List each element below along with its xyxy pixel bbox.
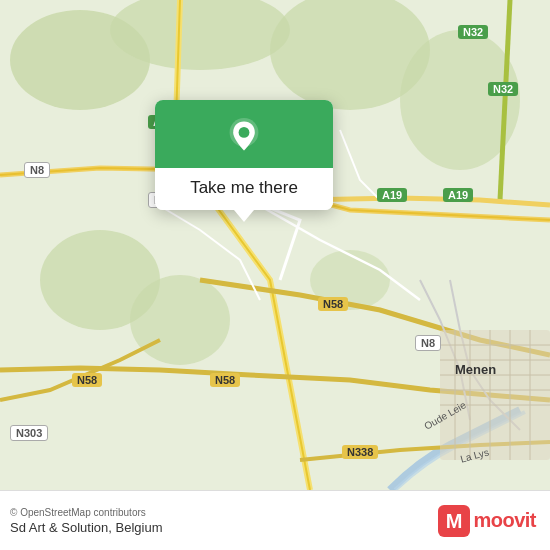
moovit-brand-text: moovit [473,509,536,532]
bottom-left-info: © OpenStreetMap contributors Sd Art & So… [10,507,162,535]
moovit-logo: M moovit [438,505,536,537]
svg-text:M: M [446,510,463,532]
take-me-there-popup[interactable]: Take me there [155,100,333,210]
take-me-there-label: Take me there [190,178,298,197]
road-badge-n338: N338 [342,445,378,459]
svg-point-6 [130,275,230,365]
road-badge-n58-mid2: N58 [210,373,240,387]
svg-rect-8 [440,330,550,460]
map-background [0,0,550,490]
svg-point-20 [239,127,250,138]
road-badge-a19-right1: A19 [377,188,407,202]
moovit-icon: M [438,505,470,537]
road-badge-n8-left: N8 [24,162,50,178]
road-badge-a19-right2: A19 [443,188,473,202]
map-view: A19 N32 N32 N8 N8 A19 A19 N8 N58 N58 N58… [0,0,550,490]
road-badge-n303: N303 [10,425,48,441]
road-badge-n32-right: N32 [488,82,518,96]
popup-label-container[interactable]: Take me there [155,168,333,210]
bottom-info-bar: © OpenStreetMap contributors Sd Art & So… [0,490,550,550]
menen-label: Menen [455,362,496,377]
location-pin-icon [226,118,262,154]
road-badge-n8-right: N8 [415,335,441,351]
road-badge-n58-left: N58 [72,373,102,387]
attribution-text: © OpenStreetMap contributors [10,507,162,518]
location-name-text: Sd Art & Solution, Belgium [10,520,162,535]
popup-green-header [155,100,333,168]
road-badge-n32-top: N32 [458,25,488,39]
road-badge-n58-mid: N58 [318,297,348,311]
